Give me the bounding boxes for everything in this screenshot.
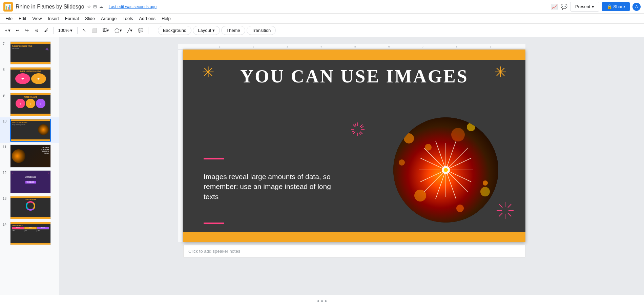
sparkler-visual [393, 117, 498, 223]
svg-point-48 [444, 168, 448, 172]
slide-canvas[interactable]: ✳ ✳ YOU CAN USE IMAGES Images reveal lar… [183, 50, 525, 242]
cloud-icon[interactable]: ☁ [99, 4, 103, 9]
slide-thumb-11: AN IMAGEIS WORTH ATHOUSANDWORDS [10, 145, 51, 168]
dot-1 [317, 300, 319, 302]
decorative-line-top [204, 158, 224, 159]
slide-body-text[interactable]: Images reveal large amounts of data, so … [204, 172, 339, 202]
svg-line-18 [353, 132, 355, 134]
slide-item-7[interactable]: 7 THIS IS THE SLIDE TITLE Some text here… [0, 40, 59, 66]
slide-thumb-13: THIS IS A GRAPH [10, 196, 51, 219]
image-button[interactable]: 🖼▾ [100, 26, 111, 34]
menu-file[interactable]: File [3, 15, 15, 22]
share-label: 🔒 Share [607, 4, 625, 9]
slide-item-9[interactable]: 9 THREE COLUMNS 1 2 3 [0, 92, 59, 117]
slide-item-13[interactable]: 13 THIS IS A GRAPH [0, 195, 59, 220]
slide-num-13: 13 [3, 197, 8, 200]
activity-icon[interactable]: 📈 [551, 3, 558, 10]
menu-slide[interactable]: Slide [82, 15, 98, 22]
svg-line-21 [352, 131, 354, 132]
account-avatar[interactable]: A [632, 3, 641, 11]
menu-format[interactable]: Format [62, 15, 82, 22]
dashboard-icon[interactable]: ⊞ [93, 4, 97, 9]
redo-button[interactable]: ↪ [23, 26, 31, 34]
menu-addons[interactable]: Add-ons [137, 15, 158, 22]
separator-1 [53, 27, 54, 34]
speaker-notes-placeholder: Click to add speaker notes [188, 249, 240, 254]
paint-format-button[interactable]: 🖌 [42, 26, 50, 34]
shape-button[interactable]: ◯▾ [112, 26, 124, 34]
zoom-button[interactable]: 100% ▾ [56, 26, 75, 34]
slide-num-14: 14 [3, 223, 8, 226]
background-button[interactable]: Background [158, 26, 191, 35]
slide-num-8: 8 [3, 68, 8, 72]
gold-star-right: ✳ [494, 65, 507, 80]
svg-text:6: 6 [388, 45, 390, 48]
svg-line-15 [353, 124, 355, 127]
separator-3 [148, 27, 148, 34]
theme-button[interactable]: Theme [221, 26, 245, 35]
title-right-area: 📈 💬 Present ▾ 🔒 Share A [551, 2, 641, 12]
slide-thumb-14: THIS IS A TABLE AREA 1 AREA 2 AREA 3 dat… [10, 222, 51, 245]
slide-main-title: YOU CAN USE IMAGES [240, 66, 469, 87]
menu-tools[interactable]: Tools [120, 15, 136, 22]
layout-button[interactable]: Layout ▾ [193, 26, 220, 35]
ruler-horizontal: 1 2 3 4 5 6 7 8 9 [183, 44, 525, 50]
svg-text:9: 9 [490, 45, 492, 48]
transition-button[interactable]: Transition [247, 26, 276, 35]
menu-arrange[interactable]: Arrange [98, 15, 119, 22]
menu-view[interactable]: View [29, 15, 44, 22]
slide-item-12[interactable]: 12 ✳ ✳ AWESOME WORDS [0, 169, 59, 195]
menu-help[interactable]: Help [159, 15, 173, 22]
select-box-button[interactable]: ⬜ [89, 26, 99, 34]
last-edit-label[interactable]: Last edit was seconds ago [109, 4, 157, 9]
title-icons: ☆ ⊞ ☁ [87, 4, 103, 9]
speaker-notes[interactable]: Click to add speaker notes [183, 245, 525, 257]
svg-line-29 [508, 204, 511, 208]
svg-text:3: 3 [287, 45, 288, 48]
share-button[interactable]: 🔒 Share [602, 2, 630, 11]
slide-thumb-12: ✳ ✳ AWESOME WORDS [10, 170, 51, 193]
svg-line-46 [436, 141, 446, 170]
svg-line-42 [446, 170, 456, 199]
svg-line-36 [424, 170, 446, 192]
gold-star-left: ✳ [202, 65, 214, 80]
present-button[interactable]: Present ▾ [570, 2, 599, 12]
svg-text:1: 1 [219, 45, 221, 48]
comment-button[interactable]: 💬 [136, 26, 145, 34]
slide-item-10[interactable]: 10 YOU CAN USE IMAGES Images reveal larg… [0, 117, 59, 143]
add-slide-button[interactable]: +▾ [3, 26, 13, 34]
present-arrow: ▾ [592, 4, 594, 9]
slide-thumb-10: YOU CAN USE IMAGES Images reveal large a… [10, 119, 51, 142]
menu-insert[interactable]: Insert [45, 15, 62, 22]
dot-3 [325, 300, 327, 302]
svg-line-43 [436, 170, 446, 199]
canvas-area: 1 2 3 4 5 6 7 8 9 [59, 37, 644, 295]
document-title: Rhine in Flames by Slidesgo [16, 4, 84, 10]
print-button[interactable]: 🖨 [32, 26, 41, 34]
slide-num-7: 7 [3, 42, 8, 46]
undo-button[interactable]: ↩ [14, 26, 22, 34]
menu-edit[interactable]: Edit [16, 15, 29, 22]
svg-text:7: 7 [422, 45, 424, 48]
slide-item-14[interactable]: 14 THIS IS A TABLE AREA 1 AREA 2 AREA 3 … [0, 220, 59, 246]
star-icon[interactable]: ☆ [87, 4, 91, 9]
svg-text:5: 5 [354, 45, 356, 48]
slide-item-8[interactable]: 8 THESE ARE TWO COLUMNS ❤ ★ [0, 66, 59, 92]
svg-line-28 [508, 213, 511, 216]
present-label: Present [575, 4, 590, 9]
select-arrow-button[interactable]: ↖ [80, 26, 88, 34]
title-bar: 📊 Rhine in Flames by Slidesgo ☆ ⊞ ☁ Last… [0, 0, 644, 14]
bottom-bar [0, 295, 644, 307]
dot-2 [321, 300, 323, 302]
decorative-line-bottom [204, 223, 224, 224]
chat-icon[interactable]: 💬 [561, 3, 567, 10]
canvas-row: ✳ ✳ YOU CAN USE IMAGES Images reveal lar… [178, 50, 525, 242]
svg-line-16 [360, 132, 362, 134]
menu-bar: File Edit View Insert Format Slide Arran… [0, 14, 644, 24]
slide-num-11: 11 [3, 145, 8, 149]
slide-num-10: 10 [3, 119, 8, 123]
svg-line-30 [499, 213, 502, 216]
slide-item-11[interactable]: 11 AN IMAGEIS WORTH ATHOUSANDWORDS [0, 143, 59, 169]
line-button[interactable]: ╱▾ [125, 26, 134, 34]
app-icon: 📊 [3, 2, 13, 12]
